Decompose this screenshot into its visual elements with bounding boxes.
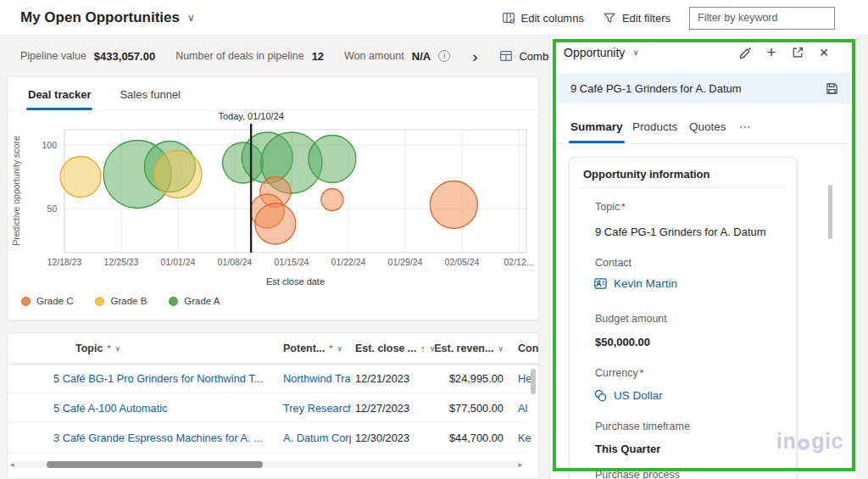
y-tick-label: 100 [42, 140, 57, 150]
field-value-budget[interactable]: $50,000.00 [595, 336, 650, 348]
new-record-button[interactable]: + [763, 44, 780, 61]
field-label-contact: Contact [595, 257, 632, 269]
entity-label: Opportunity [564, 46, 625, 59]
legend-label: Grade B [110, 296, 147, 306]
plus-icon: + [766, 43, 776, 62]
stat-label: Pipeline value [20, 50, 86, 62]
tab-quotes[interactable]: Quotes [689, 120, 726, 143]
field-label-purchase-timeframe: Purchase timeframe [595, 421, 690, 432]
inogic-watermark: ingic [776, 429, 843, 454]
tab-sales-funnel[interactable]: Sales funnel [120, 88, 181, 110]
scrollbar-thumb[interactable] [531, 369, 536, 394]
info-icon[interactable]: i [438, 50, 450, 62]
legend-item: Grade C [21, 296, 73, 306]
est-revenue-cell: $44,700.00 [415, 423, 504, 453]
legend-dot-icon [95, 297, 104, 306]
save-button[interactable] [823, 80, 840, 97]
chevron-down-icon: ∨ [187, 13, 195, 23]
stats-next-chevron-icon[interactable]: › [470, 48, 479, 64]
command-bar: My Open Opportunities ∨ Edit columns Edi… [0, 0, 868, 36]
edit-columns-icon [502, 11, 515, 25]
x-tick-label: 01/22/24 [331, 257, 366, 267]
y-axis-title: Predictive opportunity score [11, 136, 21, 246]
chevron-down-icon: ∨ [632, 48, 638, 57]
pipeline-stats-strip: Pipeline value $433,057.00 Number of dea… [0, 36, 549, 76]
view-selector[interactable]: My Open Opportunities ∨ [20, 9, 195, 26]
combo-chart-icon [499, 49, 513, 63]
stat-value: 12 [312, 50, 324, 63]
column-header-contact[interactable]: Cont [518, 333, 539, 364]
field-value-purchase-timeframe[interactable]: This Quarter [595, 443, 660, 455]
x-tick-label: 02/05/24 [445, 257, 480, 267]
more-tabs-icon[interactable]: ⋯ [739, 120, 753, 143]
est-revenue-cell: $77,500.00 [415, 393, 504, 423]
page-title: My Open Opportunities [20, 9, 180, 26]
bubble-grade-c[interactable] [430, 181, 477, 229]
deal-tracker-bubble-chart: 12/18/2312/25/2301/01/2401/08/2401/15/24… [8, 111, 540, 291]
side-panel-actions: + × [737, 36, 832, 70]
deal-tracker-card: Deal tracker Sales funnel 12/18/2312/25/… [7, 76, 539, 320]
open-record-button[interactable] [789, 44, 806, 61]
scrollbar-thumb[interactable] [47, 461, 263, 468]
opportunity-link[interactable]: 5 Café A-100 Automatic [53, 402, 167, 415]
customer-link[interactable]: Northwind Tra [283, 372, 351, 385]
bubble-grade-c[interactable] [255, 203, 296, 244]
column-header-potential-customer[interactable]: Potent... * ∨ [283, 333, 342, 364]
field-value-topic[interactable]: 9 Café PG-1 Grinders for A. Datum [595, 226, 766, 238]
tab-deal-tracker[interactable]: Deal tracker [28, 88, 91, 110]
contact-link[interactable]: Al [518, 402, 527, 415]
bubble-grade-c[interactable] [321, 189, 343, 211]
keyword-filter-input[interactable] [689, 7, 835, 30]
column-header-est-revenue[interactable]: Est. reven... ∨ [415, 333, 504, 364]
today-annotation: Today, 01/10/24 [218, 111, 283, 121]
scroll-right-icon[interactable]: ▶ [518, 461, 522, 468]
entity-selector[interactable]: Opportunity ∨ [564, 46, 639, 59]
edit-columns-label: Edit columns [521, 12, 584, 25]
table-row[interactable]: 3 Café Grande Espresso Machines for A. .… [8, 423, 526, 453]
scroll-left-icon[interactable]: ◀ [10, 461, 14, 468]
table-horizontal-scrollbar[interactable]: ◀ ▶ [9, 461, 523, 468]
tab-summary[interactable]: Summary [570, 120, 623, 143]
contact-link-label: Kevin Martin [614, 277, 677, 290]
panel-scrollbar-thumb[interactable] [828, 185, 832, 239]
bubble-grade-b[interactable] [60, 157, 101, 198]
customer-link[interactable]: A. Datum Corp [283, 432, 351, 444]
magic-pen-icon [738, 46, 753, 60]
side-panel-header: Opportunity ∨ + × [550, 36, 856, 70]
legend-dot-icon [21, 297, 31, 306]
required-icon: * [107, 343, 110, 354]
table-row[interactable]: 5 Café A-100 Automatic Trey Research 12/… [8, 393, 526, 423]
x-tick-label: 01/29/24 [388, 257, 423, 267]
field-label-budget: Budget amount [595, 313, 667, 325]
stat-value: $433,057.00 [94, 50, 155, 63]
edit-filters-button[interactable]: Edit filters [603, 11, 670, 25]
opportunity-side-panel: Opportunity ∨ + × [549, 36, 856, 479]
x-tick-label: 02/12... [504, 257, 533, 267]
edit-columns-button[interactable]: Edit columns [502, 11, 584, 25]
column-header-topic[interactable]: Topic * ∨ [75, 333, 120, 364]
bubble-grade-a[interactable] [309, 136, 356, 183]
opportunity-link[interactable]: 3 Café Grande Espresso Machines for A. .… [53, 432, 263, 444]
legend-item: Grade A [169, 296, 220, 306]
suggest-button[interactable] [737, 44, 754, 61]
field-label-topic: Topic* [595, 201, 625, 213]
table-row[interactable]: 5 Café BG-1 Pro Grinders for Northwind T… [8, 364, 526, 393]
table-vertical-scrollbar[interactable] [530, 365, 537, 458]
bubble-grade-b[interactable] [154, 151, 202, 198]
legend-dot-icon [169, 297, 178, 306]
opportunity-link[interactable]: 5 Café BG-1 Pro Grinders for Northwind T… [53, 372, 263, 385]
tab-products[interactable]: Products [632, 120, 677, 143]
save-icon [825, 81, 839, 96]
close-panel-button[interactable]: × [815, 44, 832, 61]
est-close-cell: 12/27/2023 [355, 393, 409, 423]
x-axis-title: Est close date [266, 276, 325, 287]
record-title: 9 Café PG-1 Grinders for A. Datum [570, 82, 742, 95]
selected-record-bar[interactable]: 9 Café PG-1 Grinders for A. Datum [557, 73, 850, 103]
customer-link[interactable]: Trey Research [283, 402, 351, 415]
contact-lookup[interactable]: Kevin Martin [593, 276, 677, 291]
stat-deal-count: Number of deals in pipeline 12 [175, 50, 324, 63]
dynamics-crm-window: My Open Opportunities ∨ Edit columns Edi… [0, 0, 868, 479]
legend-item: Grade B [95, 296, 147, 306]
required-icon: * [640, 368, 643, 378]
currency-lookup[interactable]: US Dollar [593, 388, 663, 403]
